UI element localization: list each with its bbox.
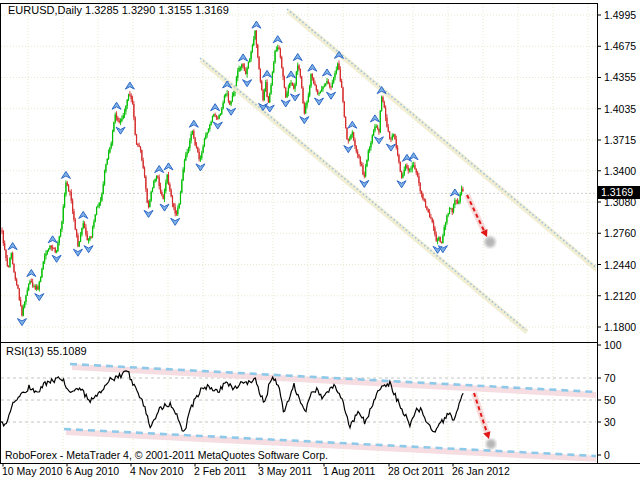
candle-body — [59, 236, 60, 242]
candle-body — [368, 151, 369, 160]
candle-body — [392, 136, 393, 140]
candle-body — [310, 74, 311, 86]
candle-body — [123, 116, 124, 119]
candle-body — [261, 81, 262, 90]
candle-body — [325, 84, 326, 86]
candle-body — [413, 165, 414, 166]
candle-body — [317, 90, 318, 94]
candle-body — [119, 120, 120, 122]
candle-body — [345, 117, 346, 128]
candle-body — [268, 97, 269, 103]
candle-body — [109, 148, 110, 153]
candle-body — [57, 243, 58, 251]
candle-body — [193, 131, 194, 138]
candle-body — [241, 64, 242, 68]
price-axis-label: 1.3400 — [604, 166, 636, 177]
candle-body — [409, 169, 410, 170]
candle-body — [433, 222, 434, 228]
candle-body — [77, 235, 78, 246]
candle-body — [79, 242, 80, 247]
candle-body — [20, 300, 21, 306]
candle-body — [120, 121, 121, 122]
candle-body — [306, 102, 307, 106]
fractal-up-icon — [252, 21, 261, 28]
fractal-arrows — [8, 21, 459, 325]
candle-body — [64, 194, 65, 206]
candle-body — [108, 153, 109, 160]
rsi-panel — [1, 343, 599, 463]
candle-body — [39, 282, 40, 290]
candle-body — [9, 258, 10, 267]
date-axis-label: 26 Jan 2012 — [452, 466, 510, 477]
candle-body — [333, 77, 334, 82]
candle-body — [16, 279, 17, 285]
candle-body — [288, 88, 289, 93]
candle-body — [266, 82, 267, 97]
candle-body — [285, 88, 286, 98]
candle-body — [353, 132, 354, 140]
candle-body — [133, 104, 134, 117]
candle-body — [330, 87, 331, 88]
candle-body — [173, 204, 174, 207]
candle-body — [15, 272, 16, 279]
candle-body — [69, 191, 70, 192]
candle-body — [147, 189, 148, 203]
candle-body — [208, 129, 209, 132]
candle-body — [80, 235, 81, 242]
candle-body — [95, 215, 96, 222]
candle-body — [382, 97, 383, 102]
candle-body — [63, 207, 64, 222]
rsi-axis-label: 100 — [604, 340, 622, 351]
candle-body — [242, 64, 243, 66]
candle-body — [187, 152, 188, 154]
fractal-up-icon — [8, 243, 17, 250]
candle-body — [309, 86, 310, 95]
candle-body — [97, 206, 98, 207]
candle-body — [320, 91, 321, 93]
candle-body — [25, 295, 26, 302]
candle-body — [229, 101, 230, 104]
candle-body — [197, 147, 198, 152]
candle-body — [153, 181, 154, 188]
candle-body — [262, 90, 263, 100]
candle-body — [430, 217, 431, 218]
candle-body — [135, 117, 136, 134]
candle-body — [176, 213, 177, 214]
candle-body — [350, 135, 351, 139]
candle-body — [13, 264, 14, 272]
candle-body — [164, 191, 165, 199]
candle-body — [346, 128, 347, 139]
fractal-down-icon — [227, 108, 236, 115]
candle-body — [28, 284, 29, 290]
channel-line-glow — [201, 60, 527, 332]
main-chart-panel — [1, 4, 600, 342]
candle-body — [175, 207, 176, 214]
candle-body — [270, 85, 271, 94]
candle-body — [136, 135, 137, 144]
candle-body — [101, 194, 102, 201]
candle-body — [189, 141, 190, 149]
candle-body — [454, 200, 455, 204]
price-axis-label: 1.3080 — [604, 197, 636, 208]
fractal-down-icon — [35, 294, 44, 301]
candle-body — [448, 214, 449, 216]
rsi-axis-label: 70 — [604, 373, 616, 384]
fractal-down-icon — [17, 319, 26, 326]
rsi-axis-label: 0 — [604, 450, 610, 461]
candle-body — [219, 115, 220, 119]
candle-body — [281, 57, 282, 68]
candle-body — [372, 135, 373, 142]
candle-body — [301, 77, 302, 88]
candle-body — [8, 266, 9, 267]
candle-body — [139, 145, 140, 146]
chart-canvas[interactable] — [0, 0, 640, 480]
candle-body — [41, 269, 42, 277]
candle-body — [40, 277, 41, 281]
candle-body — [460, 194, 461, 202]
candle-body — [452, 208, 453, 212]
price-axis-label: 1.3715 — [604, 135, 636, 146]
candle-body — [92, 227, 93, 237]
candle-body — [421, 191, 422, 194]
candle-body — [256, 31, 257, 45]
rsi-axis-label: 50 — [604, 395, 616, 406]
